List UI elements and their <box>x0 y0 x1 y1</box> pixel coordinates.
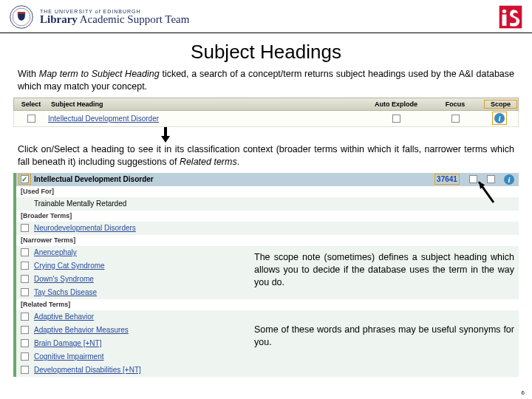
info-icon[interactable]: i <box>504 174 514 185</box>
scope-note-paragraph: The scope note (sometimes) defines a sub… <box>254 251 514 289</box>
list-item: Trainable Mentally Retarded <box>13 197 519 211</box>
db2-main-row: Intellectual Development Disorder 37641 … <box>13 173 519 186</box>
section-used-for: [Used For] <box>13 186 519 197</box>
svg-rect-2 <box>18 12 25 14</box>
arrow-down-icon <box>161 127 168 143</box>
info-icon[interactable]: i <box>494 113 505 123</box>
db1-data-row: Intellectual Development Disorder i <box>13 111 519 127</box>
hits-count[interactable]: 37641 <box>430 174 464 185</box>
brand-block: THE UNIVERSITY of EDINBURGH Library Acad… <box>9 4 189 30</box>
col-focus: Focus <box>429 100 481 108</box>
slide-header: THE UNIVERSITY of EDINBURGH Library Acad… <box>0 0 532 33</box>
page-number: 6 <box>522 389 525 396</box>
col-subject-heading: Subject Heading <box>48 100 363 108</box>
checkbox-icon[interactable] <box>451 115 460 123</box>
db1-header-row: Select Subject Heading Auto Explode Focu… <box>13 98 519 111</box>
checkbox-icon[interactable] <box>21 326 29 334</box>
arrow-diagonal-icon <box>471 177 501 207</box>
highlight-info: i <box>492 112 507 125</box>
section-related: [Related Terms] <box>13 299 519 310</box>
list-item: Neurodevelopmental Disorders <box>13 222 519 235</box>
checkbox-icon[interactable] <box>21 224 29 232</box>
list-item: Cognitive Impairment <box>13 350 519 364</box>
list-item: Adaptive Behavior <box>13 310 519 324</box>
focus-cell <box>429 114 481 123</box>
checkbox-icon[interactable] <box>21 248 29 256</box>
term-link[interactable]: Developmental Disabilities [+NT] <box>33 366 519 374</box>
svg-point-4 <box>502 10 506 13</box>
checkbox-icon[interactable] <box>21 275 29 283</box>
list-item: Developmental Disabilities [+NT] <box>13 364 519 377</box>
col-scope: Scope <box>481 100 518 109</box>
term-link[interactable]: Neurodevelopmental Disorders <box>33 224 519 232</box>
term-link[interactable]: Adaptive Behavior <box>33 313 519 321</box>
term-link[interactable]: Tay Sachs Disease <box>33 288 519 296</box>
checkbox-icon[interactable] <box>21 262 29 270</box>
synonyms-note-paragraph: Some of these words and phrases may be u… <box>254 324 514 349</box>
university-crest-icon <box>9 4 34 30</box>
brand-text: THE UNIVERSITY of EDINBURGH Library Acad… <box>40 9 189 25</box>
checkbox-checked-icon[interactable] <box>21 175 29 183</box>
checkbox-icon[interactable] <box>21 313 29 321</box>
checkbox-icon[interactable] <box>392 115 400 123</box>
col-select: Select <box>14 100 48 108</box>
svg-rect-5 <box>502 15 507 26</box>
context-paragraph: Click on/Select a heading to see it in i… <box>18 143 514 168</box>
checkbox-icon[interactable] <box>21 288 29 296</box>
intro-paragraph: With Map term to Subject Heading ticked,… <box>18 68 514 93</box>
checkbox-icon[interactable] <box>21 339 29 347</box>
highlight-checked <box>18 174 31 185</box>
term-label: Trainable Mentally Retarded <box>33 200 519 208</box>
select-cell <box>14 114 48 123</box>
checkbox-icon[interactable] <box>27 115 35 123</box>
checkbox-icon[interactable] <box>21 352 29 361</box>
highlight-scope: Scope <box>484 100 517 109</box>
scope-cell: i <box>481 112 518 125</box>
section-broader: [Broader Terms] <box>13 211 519 222</box>
is-logo-icon <box>498 4 523 30</box>
section-narrower: [Narrower Terms] <box>13 235 519 246</box>
highlight-hits: 37641 <box>434 174 460 185</box>
slide-title: Subject Headings <box>0 41 532 64</box>
subject-heading-link[interactable]: Intellectual Development Disorder <box>48 115 159 123</box>
term-link[interactable]: Cognitive Impairment <box>33 352 519 361</box>
sh-cell: Intellectual Development Disorder <box>48 115 363 123</box>
team-name: Library Academic Support Team <box>40 14 189 25</box>
checkbox-icon[interactable] <box>21 366 29 374</box>
ae-cell <box>363 114 429 123</box>
main-term-label: Intellectual Development Disorder <box>33 175 430 183</box>
db-screenshot-1: Select Subject Heading Auto Explode Focu… <box>13 98 519 127</box>
col-auto-explode: Auto Explode <box>363 100 429 108</box>
